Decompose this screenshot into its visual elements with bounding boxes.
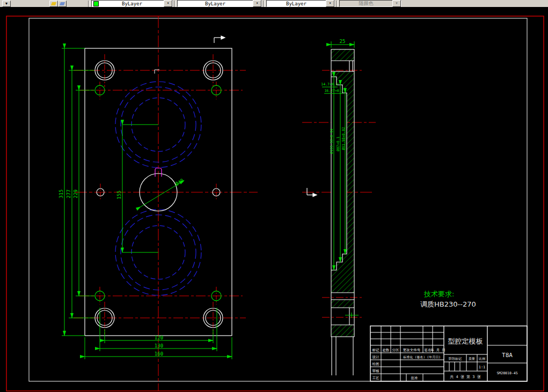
dim-120: 120 (155, 335, 163, 340)
properties-toolbar: ▾ ByLayer ▾ ByLayer ▾ ByLayer ▾ 随颜色 ▾ (0, 0, 548, 8)
dim-229: 229 (73, 190, 78, 198)
tb-material: T8A (502, 352, 513, 359)
sheet-borders (6, 16, 544, 391)
front-dimension-texts: 315 277 229 155 120 130 160 Ø40 (59, 178, 185, 357)
side-section-view[interactable]: 25 14.7+0.1 16.27+0.1 Ø155.56+0.04 Ø87+0… (302, 39, 376, 375)
dim-bore3: Ø61.98+0.02 (341, 127, 346, 150)
color-swatch (93, 1, 99, 6)
technical-requirements: 技术要求: 调质HB230--270 (420, 290, 476, 308)
dim-160: 160 (155, 351, 163, 357)
front-view[interactable]: 315 277 229 155 120 130 160 Ø40 (59, 16, 258, 391)
separator (174, 1, 176, 7)
linetype-value: ByLayer (178, 1, 253, 6)
blue-layer-glyph (60, 2, 65, 5)
white-frame-border (29, 18, 527, 381)
plotstyle-value: 随颜色 (340, 0, 392, 7)
tb-scale-value: 1∶1 (479, 365, 486, 369)
dim-155: 155 (116, 191, 122, 199)
dim-bore2: Ø87+0.1 (336, 136, 340, 151)
lineweight-control[interactable]: ByLayer ▾ (266, 0, 335, 7)
chevron-down-icon: ▾ (392, 0, 401, 7)
tb-header-0: 标记 (372, 348, 380, 352)
toolbar-overflow-dropdown-icon[interactable]: ▾ (2, 1, 11, 7)
dim-277: 277 (66, 190, 71, 198)
tb-drawing-no: SM20010-45 (496, 371, 517, 375)
tb-header-1: 处数 (383, 348, 390, 352)
separator (336, 1, 338, 7)
tb-row-design: 设计 (372, 355, 380, 359)
tb-stage-label: 阶段标记 (449, 357, 462, 361)
tb-standardization: 标准化 (签名) (年月日) (403, 355, 441, 359)
dim-25: 25 (340, 39, 346, 44)
tech-req-line: 调质HB230--270 (420, 300, 476, 308)
cad-canvas[interactable]: 315 277 229 155 120 130 160 Ø40 (0, 7, 548, 392)
chevron-down-icon[interactable]: ▾ (164, 0, 172, 7)
tb-header-2: 分区 (392, 348, 400, 352)
lineweight-value: ByLayer (267, 1, 326, 6)
linetype-control[interactable]: ByLayer ▾ (177, 0, 262, 7)
chevron-down-icon[interactable]: ▾ (253, 0, 261, 7)
layer-previous-icon[interactable] (58, 1, 67, 7)
color-control[interactable]: ByLayer ▾ (91, 0, 173, 7)
color-value: ByLayer (100, 1, 164, 6)
chevron-down-icon[interactable]: ▾ (326, 0, 334, 7)
tech-req-title: 技术要求: (423, 290, 454, 298)
tb-row-check: 审核 (372, 369, 380, 373)
section-mark (214, 36, 225, 43)
title-block: 标记 处数 分区 更改文件号 签名 年 月 日 设计 标准化 (签名) (年月日… (370, 326, 527, 381)
tb-scale-label: 比例 (479, 357, 485, 361)
plotstyle-control: 随颜色 ▾ (339, 0, 401, 7)
dim-bore1: Ø155.56+0.04 (330, 128, 334, 154)
dim-dia40: Ø40 (174, 178, 185, 187)
centerlines (74, 16, 258, 391)
front-dimensions (62, 48, 232, 359)
separator (88, 1, 90, 7)
dim-315: 315 (59, 190, 64, 198)
tb-mass-label: 质量 (469, 357, 475, 360)
make-layer-icon[interactable] (49, 1, 58, 7)
tb-header-3: 更改文件号 (403, 348, 421, 352)
tb-sheet-info: 共 4 张 第 3 张 (450, 375, 481, 379)
tb-header-5: 年 月 日 (430, 348, 445, 352)
guide-pillar-holes[interactable] (95, 61, 223, 328)
dim-depth2: 16.27+0.1 (324, 89, 343, 93)
tb-row-process: 工艺 (372, 376, 380, 380)
red-limit-border (6, 16, 544, 391)
tb-row-draw: 绘图 (372, 362, 379, 366)
dim-130: 130 (155, 343, 163, 349)
yellow-layer-glyph (51, 2, 56, 5)
tb-part-title: 型腔定模板 (448, 337, 483, 345)
tb-approve: 批准 (411, 376, 419, 380)
dim-depth1: 14.7+0.1 (321, 82, 338, 86)
separator (263, 1, 265, 7)
